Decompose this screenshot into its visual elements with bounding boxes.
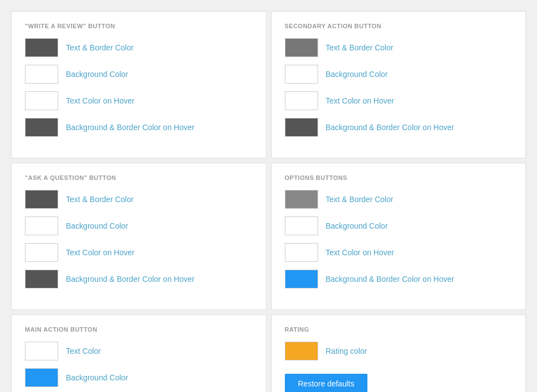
text-color-hover-swatch[interactable] bbox=[285, 91, 318, 110]
text-border-color-label: Text & Border Color bbox=[326, 195, 393, 204]
options-buttons-panel: OPTIONS BUTTONS Text & Border Color Back… bbox=[271, 163, 526, 310]
text-color-label: Text Color bbox=[66, 347, 101, 355]
color-row: Text Color on Hover bbox=[25, 91, 253, 110]
text-border-color-swatch[interactable] bbox=[25, 190, 58, 209]
restore-defaults-button[interactable]: Restore defaults bbox=[285, 374, 368, 392]
text-border-color-label: Text & Border Color bbox=[66, 195, 134, 204]
write-review-panel: "WRITE A REVIEW" BUTTON Text & Border Co… bbox=[11, 11, 267, 158]
color-row: Background Color bbox=[25, 368, 253, 387]
options-buttons-title: OPTIONS BUTTONS bbox=[285, 174, 513, 181]
background-color-label: Background Color bbox=[66, 70, 128, 79]
bg-border-hover-swatch[interactable] bbox=[25, 118, 58, 137]
color-row: Background & Border Color on Hover bbox=[25, 118, 253, 137]
color-row: Text & Border Color bbox=[25, 38, 253, 57]
color-row: Background & Border Color on Hover bbox=[25, 270, 253, 288]
main-container: "WRITE A REVIEW" BUTTON Text & Border Co… bbox=[9, 9, 528, 392]
text-color-hover-swatch[interactable] bbox=[25, 243, 58, 262]
main-action-title: MAIN ACTION BUTTON bbox=[25, 326, 253, 333]
background-color-label: Background Color bbox=[66, 221, 128, 230]
bg-border-hover-swatch[interactable] bbox=[285, 118, 318, 137]
background-color-swatch[interactable] bbox=[25, 216, 58, 235]
background-color-swatch[interactable] bbox=[285, 65, 318, 84]
color-row: Background Color bbox=[25, 65, 253, 84]
color-row: Text Color on Hover bbox=[285, 91, 513, 110]
main-action-panel: MAIN ACTION BUTTON Text Color Background… bbox=[11, 314, 267, 392]
text-color-hover-swatch[interactable] bbox=[25, 91, 58, 110]
text-color-hover-swatch[interactable] bbox=[285, 243, 318, 262]
background-color-swatch[interactable] bbox=[285, 216, 318, 235]
bg-border-hover-label: Background & Border Color on Hover bbox=[326, 123, 454, 132]
bg-border-hover-label: Background & Border Color on Hover bbox=[66, 275, 195, 283]
text-color-swatch[interactable] bbox=[25, 342, 58, 360]
text-border-color-swatch[interactable] bbox=[25, 38, 58, 57]
color-row: Rating color bbox=[285, 342, 513, 360]
bg-border-hover-label: Background & Border Color on Hover bbox=[326, 275, 454, 283]
text-border-color-label: Text & Border Color bbox=[66, 43, 134, 52]
color-row: Background Color bbox=[25, 216, 253, 235]
background-color-swatch[interactable] bbox=[25, 65, 58, 84]
bg-border-hover-label: Background & Border Color on Hover bbox=[66, 123, 195, 132]
text-color-hover-label: Text Color on Hover bbox=[326, 248, 395, 257]
rating-color-swatch[interactable] bbox=[285, 342, 318, 360]
text-color-hover-label: Text Color on Hover bbox=[66, 96, 135, 105]
write-review-title: "WRITE A REVIEW" BUTTON bbox=[25, 23, 253, 29]
color-row: Text Color bbox=[25, 342, 253, 360]
text-color-hover-label: Text Color on Hover bbox=[326, 96, 395, 105]
color-row: Text & Border Color bbox=[25, 190, 253, 209]
background-color-label: Background Color bbox=[326, 221, 388, 230]
background-color-label: Background Color bbox=[66, 373, 128, 382]
color-row: Background Color bbox=[285, 65, 513, 84]
ask-question-panel: "ASK A QUESTION" BUTTON Text & Border Co… bbox=[11, 163, 267, 310]
color-row: Text Color on Hover bbox=[25, 243, 253, 262]
color-row: Background & Border Color on Hover bbox=[285, 270, 513, 288]
ask-question-title: "ASK A QUESTION" BUTTON bbox=[25, 174, 253, 181]
color-row: Background Color bbox=[285, 216, 513, 235]
text-border-color-label: Text & Border Color bbox=[326, 43, 393, 52]
rating-title: RATING bbox=[285, 326, 513, 333]
text-border-color-swatch[interactable] bbox=[285, 190, 318, 209]
background-color-swatch[interactable] bbox=[25, 368, 58, 387]
background-color-label: Background Color bbox=[326, 70, 388, 79]
text-border-color-swatch[interactable] bbox=[285, 38, 318, 57]
color-row: Text & Border Color bbox=[285, 190, 513, 209]
secondary-action-panel: SECONDARY ACTION BUTTON Text & Border Co… bbox=[271, 11, 526, 158]
rating-panel: RATING Rating color Restore defaults bbox=[271, 314, 526, 392]
secondary-action-title: SECONDARY ACTION BUTTON bbox=[285, 23, 513, 29]
rating-color-label: Rating color bbox=[326, 347, 367, 355]
text-color-hover-label: Text Color on Hover bbox=[66, 248, 135, 257]
color-row: Text & Border Color bbox=[285, 38, 513, 57]
color-row: Background & Border Color on Hover bbox=[285, 118, 513, 137]
bg-border-hover-swatch[interactable] bbox=[285, 270, 318, 288]
bg-border-hover-swatch[interactable] bbox=[25, 270, 58, 288]
color-row: Text Color on Hover bbox=[285, 243, 513, 262]
